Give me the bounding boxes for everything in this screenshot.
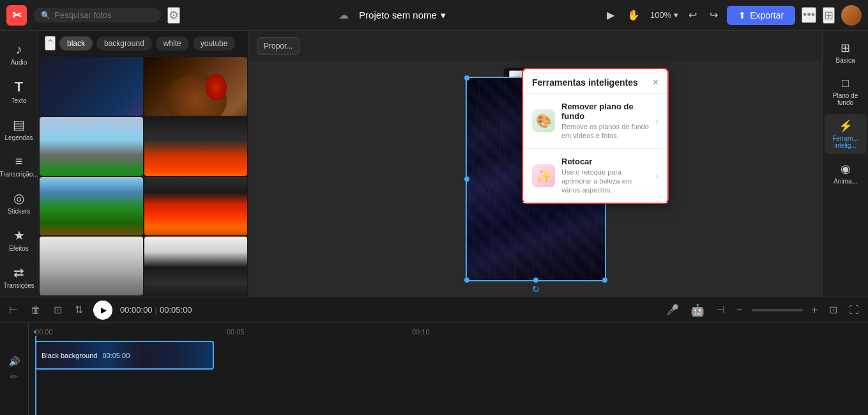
more-options-button[interactable]: ••• (802, 7, 816, 23)
remove-bg-tool[interactable]: 🎨 Remover plano de fundo Remove os plano… (523, 94, 667, 149)
smart-panel-title: Ferramentas inteligentes (532, 77, 638, 88)
playhead[interactable] (35, 336, 36, 415)
timeline-area: ⊢ 🗑 ⊡ ⇅ ▶ 00:00:00 | 00:05:00 🎤 🤖 ⊣ − + … (0, 297, 868, 415)
cloud-icon: ☁ (339, 9, 349, 21)
animate-icon: ◉ (841, 162, 851, 176)
right-panel-animate[interactable]: ◉ Anima... (825, 157, 867, 190)
fullscreen-button[interactable]: ⛶ (846, 302, 862, 318)
timeline-toolbar: ⊢ 🗑 ⊡ ⇅ ▶ 00:00:00 | 00:05:00 🎤 🤖 ⊣ − + … (0, 297, 868, 323)
tag-youtube[interactable]: youtube (193, 36, 236, 51)
right-panel-smart[interactable]: ⚡ Ferram... intelig... (825, 114, 867, 154)
play-button[interactable]: ▶ (93, 301, 112, 320)
tag-black[interactable]: black (59, 36, 93, 51)
timeline-right-tools: 🎤 🤖 ⊣ − + ⊡ ⛶ (664, 301, 862, 320)
resize-handle-bl[interactable] (464, 278, 469, 283)
ruler-mark-2: 00:10 (412, 328, 430, 336)
track-clip[interactable]: Black background 00:05:00 (35, 341, 214, 370)
topbar-right: ⬆ Exportar ••• ⊞ (727, 5, 862, 26)
sidebar-item-audio[interactable]: ♪ Áudio (2, 37, 36, 71)
zoom-out-button[interactable]: − (734, 302, 745, 318)
chevron-down-icon[interactable]: ▾ (674, 10, 678, 20)
split-tool[interactable]: ⊢ (6, 301, 20, 318)
zoom-in-button[interactable]: + (809, 302, 820, 318)
search-icon: 🔍 (41, 11, 50, 20)
app-logo: ✂ (6, 5, 27, 26)
resize-handle-tl[interactable] (464, 75, 469, 81)
rotate-handle[interactable]: ↻ (532, 284, 540, 294)
edit-icon[interactable]: ✏ (10, 372, 18, 382)
stickers-icon: ◎ (13, 191, 24, 206)
topbar-center: ☁ Projeto sem nome ▾ (187, 9, 598, 21)
sidebar-item-transitions[interactable]: ⇄ Transições (2, 260, 36, 294)
topbar: ✂ 🔍 ⚙ ☁ Projeto sem nome ▾ ▶ ✋ 100% ▾ ↩ … (0, 0, 868, 31)
retouch-arrow: › (655, 171, 659, 181)
fit-button[interactable]: ⊡ (826, 301, 840, 318)
transitions-icon: ⇄ (13, 265, 24, 280)
subtitles-icon: ▤ (13, 117, 25, 132)
topbar-tools: ▶ ✋ 100% ▾ ↩ ↪ (604, 6, 720, 24)
undo-button[interactable]: ↩ (686, 6, 699, 24)
project-name[interactable]: Projeto sem nome ▾ (359, 10, 446, 21)
list-item[interactable] (40, 177, 143, 236)
sidebar-item-stickers[interactable]: ◎ Stickers (2, 185, 36, 220)
split-button[interactable]: ⊣ (713, 301, 727, 318)
list-item[interactable] (144, 57, 248, 116)
sidebar-item-text[interactable]: T Texto (2, 74, 36, 109)
list-item[interactable] (40, 117, 143, 176)
retouch-icon: ✨ (532, 164, 555, 187)
remove-bg-arrow: › (655, 116, 659, 126)
list-item[interactable] (144, 117, 248, 176)
list-item[interactable] (40, 57, 143, 116)
list-item[interactable] (144, 177, 248, 236)
play-icon: ▶ (101, 306, 107, 315)
timeline-ruler: 00:00 00:05 00:10 (29, 323, 868, 336)
mic-button[interactable]: 🎤 (664, 301, 681, 318)
sidebar-item-effects[interactable]: ★ Efeitos (2, 223, 36, 257)
hand-tool[interactable]: ✋ (625, 6, 643, 24)
media-grid (38, 56, 248, 297)
layout-button[interactable]: ⊞ (823, 7, 835, 24)
sidebar-item-subtitles[interactable]: ▤ Legendas (2, 112, 36, 146)
zoom-control: 100% ▾ (650, 10, 678, 20)
redo-button[interactable]: ↪ (707, 6, 720, 24)
right-panel-basic[interactable]: ⊞ Básica (825, 36, 867, 69)
effects-icon: ★ (13, 228, 25, 243)
smart-icon: ⚡ (839, 119, 853, 133)
pointer-tool[interactable]: ▶ (604, 6, 617, 24)
crop-tool[interactable]: ⊡ (51, 301, 65, 318)
canvas-viewport: ⊡ ⧉ ⊞ (249, 61, 822, 297)
transcribe-icon: ≡ (15, 154, 23, 169)
right-panel: ⊞ Básica □ Plano de fundo ⚡ Ferram... in… (822, 31, 868, 297)
search-container: 🔍 (33, 8, 161, 22)
tag-background[interactable]: background (96, 36, 152, 51)
sidebar-item-transcribe[interactable]: ≡ Transcrição... (2, 149, 36, 183)
timeline-track-area: 🔊 ✏ 00:00 00:05 00:10 Black background 0… (0, 323, 868, 415)
resize-handle-bm[interactable] (533, 278, 538, 283)
smart-panel-close-button[interactable]: × (653, 77, 659, 88)
resize-handle-br[interactable] (602, 278, 607, 283)
search-input[interactable] (54, 10, 144, 20)
tag-white[interactable]: white (156, 36, 189, 51)
avatar[interactable] (841, 5, 862, 26)
ai-button[interactable]: 🤖 (688, 301, 707, 320)
collapse-button[interactable]: ⌃ (45, 36, 56, 51)
list-item[interactable] (40, 237, 143, 295)
timeline-content: 00:00 00:05 00:10 Black background 00:05… (29, 323, 868, 415)
filter-button[interactable]: ⚙ (167, 7, 180, 24)
background-icon: □ (842, 77, 849, 90)
delete-tool[interactable]: 🗑 (28, 302, 43, 318)
export-icon: ⬆ (738, 10, 746, 20)
right-panel-background[interactable]: □ Plano de fundo (825, 72, 867, 111)
list-item[interactable] (144, 237, 248, 295)
proportion-button[interactable]: Propor... (257, 37, 300, 55)
volume-icon[interactable]: 🔊 (9, 356, 20, 366)
timeline-track: Black background 00:05:00 (29, 336, 868, 415)
basic-icon: ⊞ (841, 41, 850, 55)
zoom-slider[interactable] (752, 309, 803, 311)
retouch-tool[interactable]: ✨ Retocar Use o retoque para aprimorar a… (523, 149, 667, 203)
resize-handle-lm[interactable] (464, 176, 469, 182)
export-button[interactable]: ⬆ Exportar (727, 6, 795, 25)
tags-bar: ⌃ black background white youtube (38, 31, 248, 56)
flip-tool[interactable]: ⇅ (72, 301, 86, 318)
main-area: ♪ Áudio T Texto ▤ Legendas ≡ Transcrição… (0, 31, 868, 297)
